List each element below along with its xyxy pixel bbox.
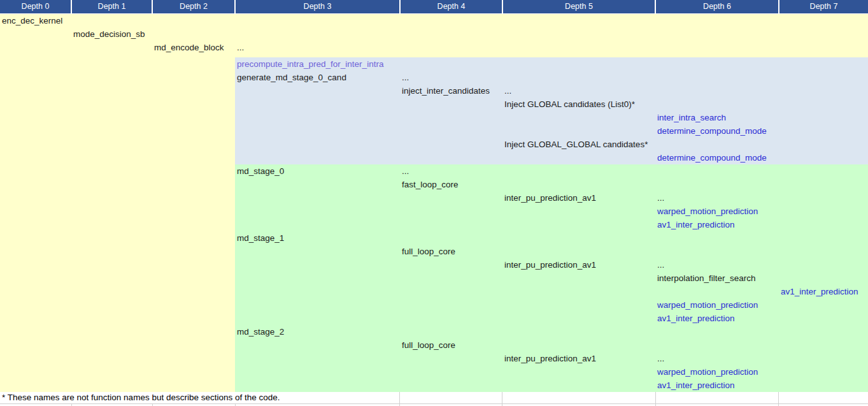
header-cell-depth-7: Depth 7 — [779, 0, 868, 13]
cell-inject-global-global-candidates: Inject GLOBAL_GLOBAL candidates* — [504, 138, 648, 151]
function-link-av1-inter-prediction[interactable]: av1_inter_prediction — [657, 312, 735, 325]
cell-interpolation-filter-search: interpolation_filter_search — [657, 272, 756, 285]
header-cell-depth-2: Depth 2 — [153, 0, 234, 13]
cell-md-stage-1: md_stage_1 — [237, 231, 284, 245]
function-link-warped-motion-prediction[interactable]: warped_motion_prediction — [657, 205, 758, 218]
footnote-gridline-0 — [399, 392, 400, 403]
header-cell-depth-3: Depth 3 — [236, 0, 399, 13]
function-link-av1-inter-prediction[interactable]: av1_inter_prediction — [781, 285, 858, 298]
cell-ellipsis: ... — [657, 258, 664, 272]
function-link-precompute-intra-pred-for-inter-intra[interactable]: precompute_intra_pred_for_inter_intra — [237, 57, 383, 71]
header-cell-depth-6: Depth 6 — [656, 0, 778, 13]
function-link-inter-intra-search[interactable]: inter_intra_search — [657, 111, 726, 124]
function-link-av1-inter-prediction[interactable]: av1_inter_prediction — [657, 379, 735, 392]
footnote-gridline-2 — [655, 392, 656, 403]
call-hierarchy-sheet: Depth 0Depth 1Depth 2Depth 3Depth 4Depth… — [0, 0, 868, 406]
cell-inject-global-candidates-list0: Inject GLOBAL candidates (List0)* — [504, 98, 635, 111]
function-link-determine-compound-mode[interactable]: determine_compound_mode — [657, 124, 767, 138]
header-cell-depth-4: Depth 4 — [401, 0, 502, 13]
function-link-warped-motion-prediction[interactable]: warped_motion_prediction — [657, 298, 758, 312]
function-link-determine-compound-mode[interactable]: determine_compound_mode — [657, 151, 767, 164]
cell-ellipsis: ... — [657, 352, 664, 365]
cell-ellipsis: ... — [504, 84, 511, 98]
yellow-region-top — [235, 14, 868, 57]
header-cell-depth-5: Depth 5 — [503, 0, 655, 13]
footnote-row: * These names are not function names but… — [0, 392, 868, 403]
cell-md-stage-0: md_stage_0 — [237, 164, 284, 178]
cell-inter-pu-prediction-av1: inter_pu_prediction_av1 — [504, 258, 596, 272]
cell-mode-decision-sb: mode_decision_sb — [73, 27, 145, 41]
footnote-gridline-1 — [502, 392, 502, 403]
cell-ellipsis: ... — [657, 191, 664, 205]
cell-generate-md-stage-0-cand: generate_md_stage_0_cand — [237, 71, 346, 84]
header-cell-depth-0: Depth 0 — [0, 0, 71, 13]
function-link-warped-motion-prediction[interactable]: warped_motion_prediction — [657, 365, 758, 379]
cell-fast-loop-core: fast_loop_core — [402, 178, 459, 191]
function-link-av1-inter-prediction[interactable]: av1_inter_prediction — [657, 218, 735, 231]
header-cell-depth-1: Depth 1 — [72, 0, 152, 13]
cell-md-encode-block: md_encode_block — [154, 41, 224, 54]
cell-full-loop-core: full_loop_core — [402, 245, 455, 258]
cell-ellipsis: ... — [237, 41, 244, 54]
cell-ellipsis: ... — [402, 71, 409, 84]
cell-md-stage-2: md_stage_2 — [237, 325, 284, 338]
footnote-bottom-border — [0, 403, 868, 404]
cell-inject-inter-candidates: inject_inter_candidates — [402, 84, 490, 98]
yellow-region-left — [0, 14, 235, 392]
cell-inter-pu-prediction-av1: inter_pu_prediction_av1 — [504, 191, 596, 205]
cell-ellipsis: ... — [402, 164, 409, 178]
footnote-gridline-3 — [778, 392, 779, 403]
cell-inter-pu-prediction-av1: inter_pu_prediction_av1 — [504, 352, 596, 365]
footnote-text: * These names are not function names but… — [2, 392, 280, 403]
cell-enc-dec-kernel: enc_dec_kernel — [2, 14, 62, 27]
cell-full-loop-core: full_loop_core — [402, 338, 455, 352]
